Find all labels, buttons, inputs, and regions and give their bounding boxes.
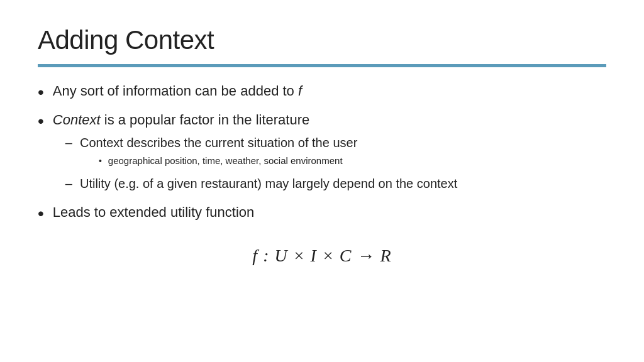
dash-2-1: – [65, 134, 72, 151]
sub-bullet-2-1: – Context describes the current situatio… [65, 134, 457, 171]
slide-title: Adding Context [38, 25, 606, 55]
italic-f: f [298, 83, 302, 99]
sub-list-2: – Context describes the current situatio… [59, 134, 457, 192]
bullet-text-1: Any sort of information can be added to … [53, 81, 302, 101]
bullet-item-3: • Leads to extended utility function [38, 202, 606, 225]
bullet-dot-2: • [38, 110, 44, 133]
bullet-dot-small-1: • [99, 154, 102, 168]
slide: Adding Context • Any sort of information… [0, 0, 644, 362]
sub-bullet-text-2-1: Context describes the current situation … [80, 134, 357, 171]
dash-2-2: – [65, 175, 72, 192]
math-formula: f : U × I × C → R [38, 243, 606, 269]
bullet-dot-1: • [38, 81, 44, 104]
bullet-dot-3: • [38, 202, 44, 225]
sub-bullet-text-2-2: Utility (e.g. of a given restaurant) may… [80, 175, 457, 192]
sub-bullet-2-2: – Utility (e.g. of a given restaurant) m… [65, 175, 457, 192]
italic-context: Context [53, 112, 101, 128]
formula-text: f : U × I × C → R [252, 246, 391, 265]
sub-sub-bullet-2-1-1: • geographical position, time, weather, … [99, 154, 357, 168]
bullet-item-2: • Context is a popular factor in the lit… [38, 110, 606, 195]
slide-content: • Any sort of information can be added t… [38, 81, 606, 269]
sub-sub-text-1: geographical position, time, weather, so… [108, 154, 343, 168]
bullet-item-1: • Any sort of information can be added t… [38, 81, 606, 104]
bullet-text-3: Leads to extended utility function [53, 202, 254, 222]
bullet-text-2: Context is a popular factor in the liter… [53, 110, 457, 195]
accent-bar [38, 64, 606, 67]
